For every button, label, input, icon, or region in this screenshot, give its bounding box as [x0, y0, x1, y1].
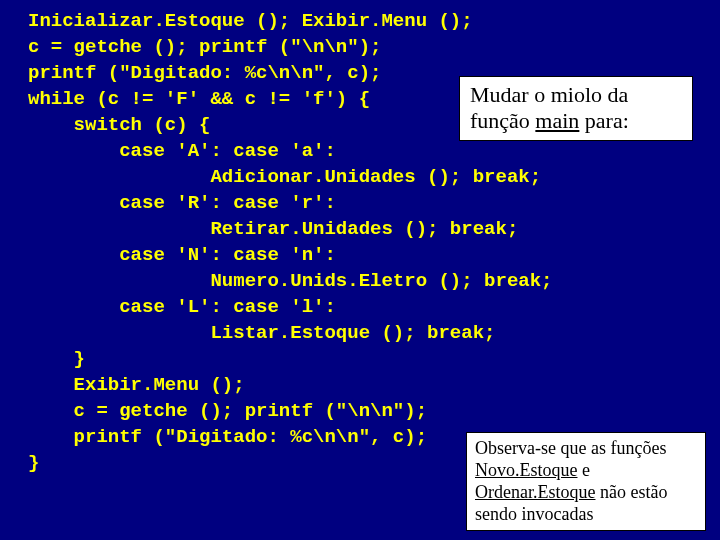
code-line-16: c = getche (); printf ("\n\n"); [28, 400, 427, 422]
code-line-5: switch (c) { [28, 114, 210, 136]
callout-bottom-fn1: Novo.Estoque [475, 460, 578, 480]
code-line-2: c = getche (); printf ("\n\n"); [28, 36, 381, 58]
code-line-8: case 'R': case 'r': [28, 192, 336, 214]
callout-bottom-mid: e [578, 460, 591, 480]
code-line-17: printf ("Digitado: %c\n\n", c); [28, 426, 427, 448]
code-line-4: while (c != 'F' && c != 'f') { [28, 88, 370, 110]
code-line-1: Inicializar.Estoque (); Exibir.Menu (); [28, 10, 473, 32]
code-line-7: Adicionar.Unidades (); break; [28, 166, 541, 188]
code-line-15: Exibir.Menu (); [28, 374, 245, 396]
callout-bottom-text-1: Observa-se que as funções [475, 438, 666, 458]
slide: Inicializar.Estoque (); Exibir.Menu (); … [0, 0, 720, 540]
code-line-18: } [28, 452, 39, 474]
code-line-12: case 'L': case 'l': [28, 296, 336, 318]
code-line-11: Numero.Unids.Eletro (); break; [28, 270, 553, 292]
code-line-13: Listar.Estoque (); break; [28, 322, 495, 344]
code-line-14: } [28, 348, 85, 370]
callout-bottom-fn2: Ordenar.Estoque [475, 482, 595, 502]
callout-top-text-2: para: [579, 108, 628, 133]
callout-top: Mudar o miolo da função main para: [459, 76, 693, 141]
code-line-3: printf ("Digitado: %c\n\n", c); [28, 62, 381, 84]
code-line-6: case 'A': case 'a': [28, 140, 336, 162]
code-line-9: Retirar.Unidades (); break; [28, 218, 518, 240]
callout-bottom: Observa-se que as funções Novo.Estoque e… [466, 432, 706, 531]
callout-top-main: main [535, 108, 579, 133]
code-line-10: case 'N': case 'n': [28, 244, 336, 266]
